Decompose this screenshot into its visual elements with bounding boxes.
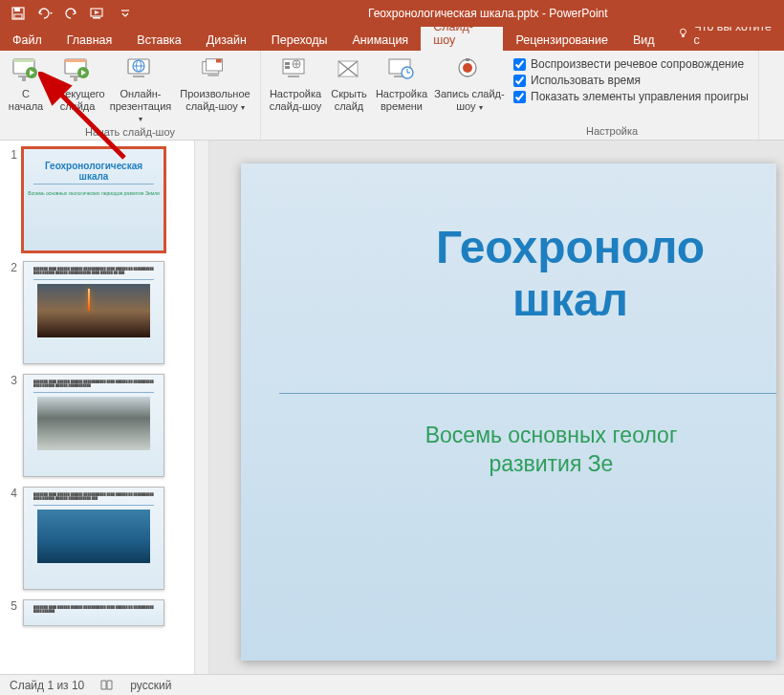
chk-play-narrations[interactable]: Воспроизвести речевое сопровождение — [513, 57, 749, 71]
svg-rect-16 — [74, 77, 77, 81]
tab-transitions[interactable]: Переходы — [259, 30, 340, 51]
thumbnail-title: Геохронологическая шкала — [33, 149, 154, 185]
title-bar: Геохронологическая шкала.pptx - PowerPoi… — [0, 0, 784, 27]
thumbnail-image — [37, 397, 150, 450]
svg-rect-11 — [22, 77, 26, 81]
spellcheck-button[interactable] — [99, 679, 115, 692]
svg-point-42 — [463, 63, 472, 73]
hide-slide-button[interactable]: Скрытьслайд — [326, 54, 372, 114]
svg-rect-1 — [14, 8, 20, 11]
thumbnail-image — [37, 510, 150, 563]
thumbnail-number: 1 — [8, 148, 17, 251]
ribbon-group-setup: Настройкаслайд-шоу Скрытьслайд Настройка… — [261, 51, 759, 140]
tab-view[interactable]: Вид — [621, 30, 667, 51]
tab-design[interactable]: Дизайн — [194, 30, 259, 51]
thumbnail-subtitle: Восемь основных геологических периодов р… — [24, 185, 163, 196]
thumbnail-3[interactable]: 3 ███████ ████ ██████ ██████ ███████████… — [0, 366, 194, 479]
svg-rect-30 — [285, 66, 290, 69]
thumbnail-4[interactable]: 4 ███████ ████ ██████ ██████ ███████████… — [0, 479, 194, 592]
slide-subtitle[interactable]: Восемь основных геологразвития Зе — [289, 326, 776, 479]
lightbulb-icon — [677, 27, 689, 40]
slide-title[interactable]: Геохронолошкал — [289, 221, 776, 326]
tab-animations[interactable]: Анимация — [339, 30, 421, 51]
main-slide[interactable]: Геохронолошкал Восемь основных геолограз… — [241, 163, 776, 661]
start-from-beginning-qat-button[interactable] — [86, 2, 111, 25]
record-slideshow-button[interactable]: Запись слайд-шоу ▾ — [431, 54, 508, 114]
thumbnail-image — [37, 284, 150, 337]
svg-rect-19 — [133, 76, 144, 77]
svg-rect-4 — [93, 17, 100, 19]
slide-editor-area[interactable]: Геохронолошкал Восемь основных геолограз… — [209, 141, 784, 674]
thumbnail-number: 4 — [8, 487, 17, 590]
tab-insert[interactable]: Вставка — [124, 30, 193, 51]
qat-customize-button[interactable] — [113, 2, 138, 25]
svg-rect-9 — [13, 59, 34, 62]
book-icon — [99, 679, 115, 692]
thumbnail-number: 5 — [8, 599, 17, 626]
playback-options: Воспроизвести речевое сопровождение Испо… — [508, 54, 754, 103]
window-title: Геохронологическая шкала.pptx - PowerPoi… — [368, 7, 608, 20]
thumbnail-2[interactable]: 2 ███████ ████ ██████ ██████ ███████████… — [0, 253, 194, 366]
svg-point-6 — [680, 29, 686, 34]
svg-rect-29 — [285, 62, 290, 65]
present-online-button[interactable]: Онлайн-презентация ▾ — [107, 54, 174, 126]
chk-show-media-controls[interactable]: Показать элементы управления проигры — [513, 90, 749, 103]
slide-thumbnail-pane[interactable]: 1 Геохронологическая шкала Восемь основн… — [0, 141, 194, 674]
redo-button[interactable] — [59, 2, 84, 25]
svg-rect-25 — [216, 59, 222, 63]
svg-rect-14 — [65, 59, 86, 62]
setup-slideshow-button[interactable]: Настройкаслайд-шоу — [265, 54, 326, 114]
tab-file[interactable]: Файл — [0, 30, 54, 51]
workspace: 1 Геохронологическая шкала Восемь основн… — [0, 141, 784, 674]
chk-use-timings[interactable]: Использовать время — [513, 74, 749, 87]
record-icon — [454, 55, 485, 86]
online-presentation-icon — [125, 55, 156, 86]
status-bar: Слайд 1 из 10 русский — [0, 674, 784, 695]
setup-icon — [280, 55, 311, 86]
custom-slideshow-button[interactable]: Произвольноеслайд-шоу ▾ — [174, 54, 256, 114]
svg-rect-43 — [466, 58, 469, 61]
ribbon-tabs: Файл Главная Вставка Дизайн Переходы Ани… — [0, 27, 784, 51]
ribbon: Сначала С текущегослайда Онлайн-презента… — [0, 51, 784, 141]
presentation-play-icon — [11, 55, 41, 86]
ribbon-group-label: Настройка — [261, 125, 758, 140]
save-button[interactable] — [6, 2, 31, 25]
from-current-slide-button[interactable]: С текущегослайда — [48, 54, 107, 114]
rehearse-timings-button[interactable]: Настройкавремени — [372, 54, 431, 114]
custom-show-icon — [200, 55, 230, 86]
thumbnails-scrollbar[interactable] — [194, 141, 209, 674]
thumbnail-number: 2 — [8, 261, 17, 364]
ribbon-group-label: Начать слайд-шоу — [0, 126, 260, 141]
presentation-current-icon — [62, 55, 93, 86]
svg-rect-26 — [207, 75, 218, 76]
thumbnail-5[interactable]: 5 ███████ ████ ██████ ██████ ███████████… — [0, 592, 194, 628]
quick-access-toolbar — [0, 2, 143, 25]
ribbon-group-start-slideshow: Сначала С текущегослайда Онлайн-презента… — [0, 51, 261, 140]
svg-rect-7 — [682, 34, 685, 36]
svg-rect-2 — [14, 14, 22, 18]
svg-rect-28 — [288, 76, 299, 77]
slide-counter[interactable]: Слайд 1 из 10 — [10, 679, 84, 692]
undo-button[interactable] — [33, 2, 57, 25]
tab-review[interactable]: Рецензирование — [503, 30, 621, 51]
from-beginning-button[interactable]: Сначала — [4, 54, 48, 114]
language-indicator[interactable]: русский — [130, 679, 171, 692]
hide-slide-icon — [334, 55, 364, 86]
tab-home[interactable]: Главная — [54, 30, 125, 51]
thumbnail-number: 3 — [8, 374, 17, 477]
rehearse-icon — [386, 55, 417, 86]
thumbnail-1[interactable]: 1 Геохронологическая шкала Восемь основн… — [0, 141, 194, 253]
